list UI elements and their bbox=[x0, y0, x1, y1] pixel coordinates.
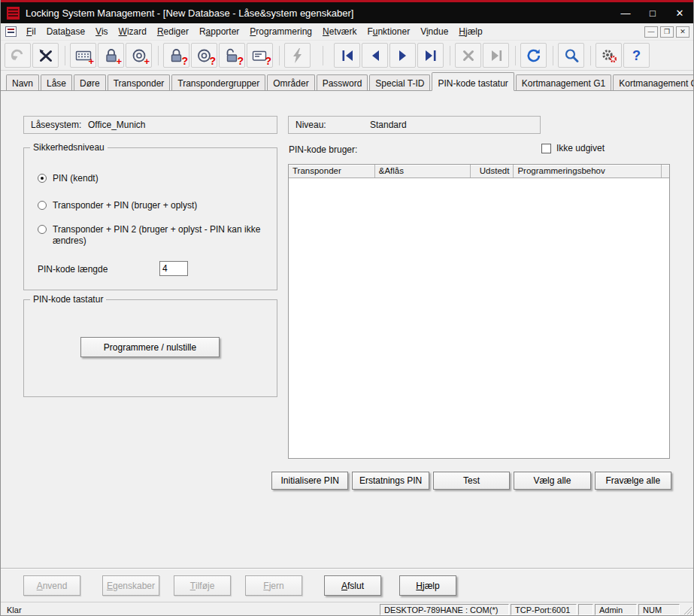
radio-selected-icon bbox=[38, 174, 47, 183]
tab-password[interactable]: Password bbox=[317, 74, 368, 90]
radio-transponder-pin2[interactable]: Transponder + PIN 2 (bruger + oplyst - P… bbox=[38, 224, 277, 247]
menu-item-funktioner[interactable]: Funktioner bbox=[362, 24, 415, 39]
minimize-button[interactable]: — bbox=[612, 2, 639, 23]
replacement-pin-button[interactable]: Erstatnings PIN bbox=[352, 472, 429, 490]
tab-doere[interactable]: Døre bbox=[74, 74, 106, 90]
menu-item-rapporter[interactable]: Rapporter bbox=[194, 24, 244, 39]
toolbar-separator bbox=[279, 46, 280, 65]
add-button[interactable]: Tilføje bbox=[174, 575, 231, 596]
first-record-icon bbox=[339, 47, 356, 64]
app-logo-icon bbox=[7, 7, 20, 20]
deselect-all-button[interactable]: Fravælge alle bbox=[595, 472, 671, 490]
pin-keypad-group: PIN-kode tastatur Programmere / nulstill… bbox=[23, 299, 277, 397]
question-badge: ? bbox=[265, 56, 271, 66]
menu-item-database[interactable]: Database bbox=[41, 24, 90, 39]
pin-length-input[interactable] bbox=[159, 261, 188, 276]
toolbar-button-previous-record[interactable] bbox=[362, 43, 388, 68]
mdi-minimize-button[interactable]: — bbox=[644, 26, 658, 38]
table-body[interactable] bbox=[289, 178, 669, 458]
toolbar-button-goto-record[interactable] bbox=[483, 43, 509, 68]
tab-transponder[interactable]: Transponder bbox=[108, 74, 171, 90]
tab-pin-kode-tastatur[interactable]: PIN-kode tastatur bbox=[432, 72, 514, 91]
select-all-button[interactable]: Vælg alle bbox=[514, 472, 590, 490]
toolbar-button-cancel-record[interactable] bbox=[455, 43, 481, 68]
column-header-udstedt[interactable]: Udstedt bbox=[471, 165, 514, 178]
radio-transponder-pin[interactable]: Transponder + PIN (bruger + oplyst) bbox=[38, 200, 197, 211]
column-header-aflaas[interactable]: &Aflås bbox=[375, 165, 471, 178]
level-value: Standard bbox=[370, 120, 407, 130]
toolbar-button-read-lock[interactable]: ? bbox=[163, 43, 189, 68]
properties-button[interactable]: Egenskaber bbox=[102, 575, 159, 596]
initialize-pin-button[interactable]: Initialisere PIN bbox=[271, 472, 348, 490]
exit-button[interactable]: Afslut bbox=[324, 575, 381, 596]
toolbar-button-search[interactable] bbox=[558, 43, 584, 68]
pin-action-buttons: Initialisere PIN Erstatnings PIN Test Væ… bbox=[271, 472, 671, 490]
menu-item-rediger[interactable]: Rediger bbox=[152, 24, 194, 39]
toolbar-button-last-record[interactable] bbox=[417, 43, 444, 68]
title-bar[interactable]: Locking System Management - [New Databas… bbox=[1, 2, 693, 23]
security-level-group: Sikkerhedsniveau PIN (kendt) Transponder… bbox=[23, 147, 277, 290]
toolbar-button-read-transponder[interactable]: ? bbox=[191, 43, 217, 68]
next-record-icon bbox=[395, 47, 411, 64]
test-button[interactable]: Test bbox=[433, 472, 510, 490]
toolbar-button-next-record[interactable] bbox=[389, 43, 416, 68]
tab-laase[interactable]: Låse bbox=[41, 74, 72, 90]
level-label: Niveau: bbox=[295, 120, 326, 130]
question-badge: ? bbox=[181, 56, 188, 66]
menu-item-vindue[interactable]: Vindue bbox=[415, 24, 453, 39]
toolbar-button-new-keypad[interactable]: + bbox=[70, 43, 96, 68]
menu-item-fil[interactable]: Fil bbox=[21, 24, 41, 39]
menu-item-hjaelp[interactable]: Hjælp bbox=[453, 24, 487, 39]
undo-icon bbox=[10, 47, 26, 64]
program-reset-button[interactable]: Programmere / nulstille bbox=[80, 337, 220, 357]
child-window-icon[interactable] bbox=[5, 26, 17, 37]
toolbar-button-program[interactable] bbox=[284, 43, 311, 68]
tab-kortmanagement-g2[interactable]: Kortmanagement G2 bbox=[613, 74, 694, 90]
toolbar-button-filter-settings[interactable] bbox=[596, 43, 622, 68]
plus-badge: + bbox=[116, 56, 122, 66]
toolbar-button-help[interactable]: ? bbox=[623, 43, 650, 68]
not-issued-checkbox[interactable]: Ikke udgivet bbox=[541, 143, 605, 153]
resize-grip[interactable] bbox=[682, 605, 692, 614]
filter-settings-icon bbox=[601, 47, 617, 64]
help-button[interactable]: Hjælp bbox=[399, 575, 456, 596]
toolbar-button-new-transponder[interactable]: + bbox=[126, 43, 152, 68]
checkbox-icon bbox=[541, 144, 551, 153]
toolbar-button-first-record[interactable] bbox=[334, 43, 360, 68]
plus-badge: + bbox=[144, 56, 150, 66]
tab-transpondergrupper[interactable]: Transpondergrupper bbox=[171, 74, 265, 90]
toolbar-button-undo[interactable] bbox=[5, 43, 31, 68]
menu-item-wizard[interactable]: Wizard bbox=[114, 24, 152, 39]
cancel-record-icon bbox=[460, 47, 477, 64]
mdi-restore-button[interactable]: ❐ bbox=[660, 26, 674, 38]
column-header-transponder[interactable]: Transponder bbox=[289, 165, 375, 178]
status-empty-cell bbox=[578, 604, 593, 615]
toolbar-button-refresh[interactable] bbox=[520, 43, 547, 68]
toolbar-button-read-opened-lock[interactable]: ? bbox=[219, 43, 245, 68]
tab-omraader[interactable]: Områder bbox=[267, 74, 314, 90]
tab-navn[interactable]: Navn bbox=[6, 74, 39, 90]
not-issued-label: Ikke udgivet bbox=[556, 143, 605, 153]
toolbar-button-read-card[interactable]: ? bbox=[247, 43, 273, 68]
pin-user-label: PIN-kode bruger: bbox=[289, 144, 357, 155]
column-header-programmeringsbehov[interactable]: Programmeringsbehov bbox=[514, 165, 662, 178]
maximize-button[interactable]: □ bbox=[639, 2, 666, 23]
question-badge: ? bbox=[237, 56, 244, 66]
tab-special-t-id[interactable]: Special T-ID bbox=[369, 74, 430, 90]
close-button[interactable]: ✕ bbox=[666, 2, 693, 23]
toolbar: + + + ? ? ? ? bbox=[1, 40, 693, 71]
apply-button[interactable]: Anvend bbox=[23, 575, 80, 596]
refresh-icon bbox=[526, 47, 542, 64]
status-tcp-port: TCP-Port:6001 bbox=[511, 604, 577, 615]
toolbar-button-disconnect[interactable] bbox=[32, 43, 59, 68]
radio-pin-known[interactable]: PIN (kendt) bbox=[38, 173, 98, 184]
locking-system-label: Låsesystem: bbox=[31, 120, 81, 130]
mdi-close-button[interactable]: ✕ bbox=[676, 26, 689, 38]
menu-item-netvaerk[interactable]: Netværk bbox=[317, 24, 362, 39]
tab-kortmanagement-g1[interactable]: Kortmanagement G1 bbox=[516, 74, 611, 90]
remove-button[interactable]: Fjern bbox=[245, 575, 302, 596]
menu-item-vis[interactable]: Vis bbox=[90, 24, 113, 39]
menu-item-programmering[interactable]: Programmering bbox=[244, 24, 317, 39]
toolbar-button-new-lock[interactable]: + bbox=[98, 43, 124, 68]
status-user: Admin bbox=[595, 604, 637, 615]
